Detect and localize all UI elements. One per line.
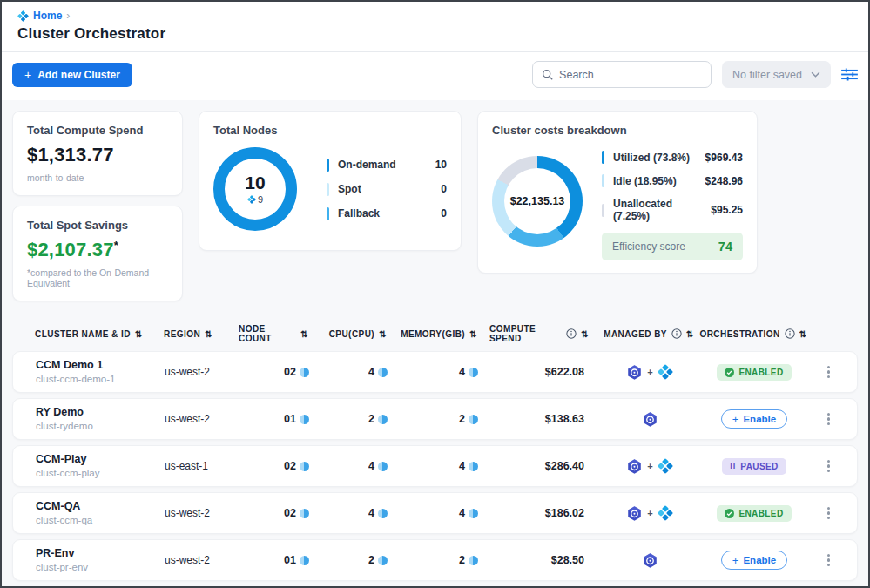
- cluster-name: CCM Demo 1: [36, 358, 165, 372]
- node-count-cell: 01: [239, 413, 321, 425]
- compute-spend-cell: $28.50: [490, 554, 602, 566]
- compute-spend-cell: $286.40: [490, 460, 602, 472]
- row-menu-kebab-icon[interactable]: [824, 551, 833, 571]
- search-input[interactable]: [559, 69, 702, 81]
- region-cell: us-west-2: [165, 413, 239, 425]
- cast-ai-icon: [658, 458, 673, 474]
- cluster-id: clust-ccm-qa: [36, 514, 165, 527]
- pie-icon: [378, 415, 388, 424]
- eks-icon: [626, 364, 643, 381]
- enabled-badge: ENABLED: [717, 505, 791, 522]
- managed-by-cell: [602, 552, 698, 569]
- table-row[interactable]: RY Demo clust-rydemo us-west-2 01 2 2 $1…: [12, 398, 858, 440]
- enable-button[interactable]: + Enable: [721, 551, 787, 570]
- table-row[interactable]: CCM-QA clust-ccm-qa us-west-2 02 4 4 $18…: [12, 492, 858, 534]
- pie-icon: [378, 509, 388, 518]
- managed-by-cell: +: [602, 364, 698, 381]
- eks-icon: [626, 505, 643, 522]
- nodes-legend-item: Spot 0: [327, 183, 447, 196]
- chevron-down-icon: [811, 71, 820, 78]
- table-body: CCM Demo 1 clust-ccm-demo-1 us-west-2 02…: [12, 351, 858, 588]
- table-row[interactable]: CCM-Play clust-ccm-play us-east-1 02 4 4…: [12, 445, 858, 487]
- column-header-cluster-name-id[interactable]: CLUSTER NAME & ID⇅: [35, 329, 164, 339]
- row-menu-kebab-icon[interactable]: [824, 504, 833, 524]
- card-subtitle: *compared to the On-Demand Equivalent: [27, 267, 168, 288]
- saved-filter-dropdown[interactable]: No filter saved: [722, 61, 831, 88]
- info-icon: [671, 328, 682, 339]
- node-count-cell: 02: [239, 460, 321, 472]
- legend-color-bar: [327, 207, 329, 220]
- info-icon: [785, 328, 795, 339]
- paused-badge: II PAUSED: [722, 458, 786, 475]
- card-title: Cluster costs breakdown: [492, 124, 743, 137]
- region-cell: us-west-2: [165, 507, 239, 519]
- pie-icon: [378, 368, 388, 377]
- cluster-id: clust-rydemo: [36, 420, 165, 433]
- managed-by-cell: +: [602, 505, 698, 522]
- pie-icon: [378, 462, 388, 471]
- plus-icon: +: [732, 416, 739, 423]
- compute-spend-cell: $186.02: [490, 507, 602, 519]
- row-menu-kebab-icon[interactable]: [824, 362, 833, 382]
- plus-icon: +: [24, 71, 31, 79]
- page-title: Cluster Orchestrator: [17, 25, 853, 43]
- cpu-cell: 2: [321, 554, 400, 566]
- breadcrumb: Home ›: [17, 10, 853, 22]
- plus-icon: +: [647, 461, 652, 471]
- region-cell: us-west-2: [165, 554, 239, 566]
- table-row[interactable]: CCM Demo 1 clust-ccm-demo-1 us-west-2 02…: [12, 351, 858, 393]
- column-header-orchestration[interactable]: ORCHESTRATION ⇅: [697, 328, 810, 339]
- memory-cell: 4: [400, 507, 490, 519]
- compute-spend-cell: $622.08: [490, 366, 602, 378]
- total-spot-savings-card: Total Spot Savings $2,107.37* *compared …: [12, 206, 183, 301]
- search-box[interactable]: [532, 61, 712, 88]
- total-nodes-legend: On-demand 10 Spot 0 Fallback 0: [327, 159, 447, 220]
- card-title: Total Spot Savings: [27, 219, 168, 232]
- legend-label: Spot: [338, 183, 441, 195]
- card-title: Total Compute Spend: [27, 124, 168, 137]
- pie-icon: [469, 556, 478, 565]
- cluster-costs-card: Cluster costs breakdown $22,135.13 Utili…: [477, 111, 758, 274]
- legend-label: Utilized (73.8%): [613, 152, 705, 164]
- search-icon: [542, 69, 553, 80]
- nodes-legend-item: Fallback 0: [327, 207, 447, 220]
- pie-icon: [378, 556, 388, 565]
- eks-icon: [642, 411, 658, 428]
- costs-legend-item: Utilized (73.8%) $969.43: [602, 151, 743, 164]
- sort-icon: ⇅: [135, 329, 143, 339]
- legend-color-bar: [327, 183, 329, 196]
- memory-cell: 4: [400, 460, 490, 472]
- sort-icon: ⇅: [379, 329, 387, 339]
- table-row[interactable]: PR-Env clust-pr-env us-west-2 01 2 2 $28…: [12, 539, 858, 581]
- efficiency-score-value: 74: [718, 240, 732, 253]
- cpu-cell: 4: [321, 507, 400, 519]
- memory-cell: 2: [400, 413, 490, 425]
- total-compute-spend-value: $1,313.77: [27, 144, 168, 166]
- eks-icon: [642, 552, 658, 569]
- column-header-managed-by[interactable]: MANAGED BY ⇅: [601, 328, 697, 339]
- region-cell: us-west-2: [165, 366, 239, 378]
- total-nodes-count: 10: [245, 173, 265, 193]
- legend-color-bar: [602, 174, 604, 187]
- cast-ai-icon: [658, 505, 673, 521]
- sort-icon: ⇅: [686, 329, 694, 339]
- row-menu-kebab-icon[interactable]: [824, 456, 833, 476]
- breadcrumb-home-link[interactable]: Home: [33, 10, 62, 22]
- add-cluster-button[interactable]: + Add new Cluster: [12, 63, 132, 87]
- column-header-node-count[interactable]: NODE COUNT⇅: [239, 324, 320, 343]
- efficiency-score-label: Efficiency score: [612, 240, 685, 253]
- title-bar: Home › Cluster Orchestrator: [2, 2, 868, 52]
- legend-value: $969.43: [705, 152, 743, 164]
- legend-color-bar: [602, 151, 604, 164]
- orchestration-cell: Enable II Enable + Enable: [698, 551, 811, 570]
- row-menu-kebab-icon[interactable]: [824, 409, 833, 429]
- legend-color-bar: [327, 159, 329, 172]
- filter-sliders-icon[interactable]: [841, 68, 858, 81]
- enable-button[interactable]: + Enable: [721, 409, 787, 429]
- column-header-compute-spend[interactable]: COMPUTE SPEND ⇅: [489, 324, 601, 343]
- pie-icon: [469, 509, 478, 518]
- check-circle-icon: [725, 368, 734, 377]
- column-header-region[interactable]: REGION⇅: [164, 329, 239, 339]
- column-header-cpu-cpu-[interactable]: CPU(CPU)⇅: [320, 329, 399, 339]
- column-header-memory-gib-[interactable]: MEMORY(GIB)⇅: [399, 329, 489, 339]
